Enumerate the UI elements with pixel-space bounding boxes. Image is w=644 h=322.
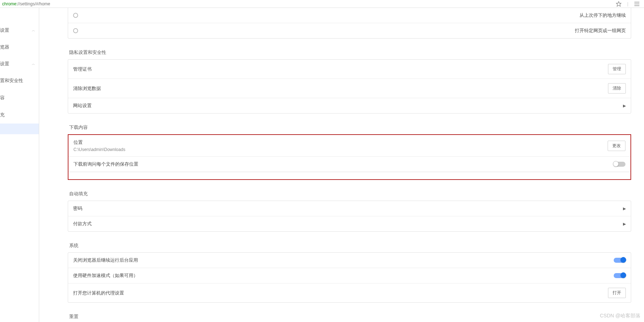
sidebar-head-label: 设置 xyxy=(0,61,9,67)
section-title-downloads: 下载内容 xyxy=(69,124,631,131)
sidebar-group-1: 设置 ︿ 览器 xyxy=(0,22,39,56)
chevron-up-icon: ︿ xyxy=(32,28,35,33)
row-ask-location: 下载前询问每个文件的保存位置 xyxy=(68,156,630,172)
row-label: 打开您计算机的代理设置 xyxy=(73,290,124,296)
row-label: 清除浏览数据 xyxy=(73,85,101,92)
sidebar-item-content[interactable]: 容 xyxy=(0,89,39,106)
privacy-card: 管理证书 管理 清除浏览数据 清除 网站设置 ▶ xyxy=(68,59,631,114)
row-label: 网站设置 xyxy=(73,102,92,109)
row-clear-data: 清除浏览数据 清除 xyxy=(68,79,631,98)
address-right: | xyxy=(616,1,642,7)
svg-marker-0 xyxy=(616,1,621,6)
row-label: 付款方式 xyxy=(73,221,92,227)
row-proxy: 打开您计算机的代理设置 打开 xyxy=(68,283,631,302)
row-manage-certs: 管理证书 管理 xyxy=(68,60,631,79)
row-hw-accel: 使用硬件加速模式（如果可用） xyxy=(68,268,631,283)
sidebar-item-autofill[interactable]: 充 xyxy=(0,106,39,124)
url-scheme: chrome: xyxy=(2,1,17,6)
startup-card: 从上次停下的地方继续 打开特定网页或一组网页 xyxy=(68,8,631,39)
change-button[interactable]: 更改 xyxy=(608,141,625,151)
sidebar-head-label: 设置 xyxy=(0,27,9,34)
row-label: 管理证书 xyxy=(73,66,92,72)
row-password[interactable]: 密码 ▶ xyxy=(68,201,631,216)
hw-accel-toggle[interactable] xyxy=(614,273,626,278)
row-download-location: 位置 C:\Users\admin\Downloads 更改 xyxy=(68,135,630,156)
option-label: 打开特定网页或一组网页 xyxy=(575,27,626,34)
row-site-settings[interactable]: 网站设置 ▶ xyxy=(68,98,631,113)
radio-icon xyxy=(73,28,78,33)
row-label: 关闭浏览器后继续运行后台应用 xyxy=(73,257,138,263)
toggle-knob xyxy=(613,161,619,167)
section-title-system: 系统 xyxy=(69,242,631,249)
chevron-right-icon: ▶ xyxy=(623,222,626,226)
toggle-knob xyxy=(620,272,626,278)
downloads-card: 位置 C:\Users\admin\Downloads 更改 下载前询问每个文件… xyxy=(68,135,630,172)
chevron-up-icon: ︿ xyxy=(32,61,35,66)
sidebar-head-settings-2[interactable]: 设置 ︿ xyxy=(0,56,39,72)
sidebar: 设置 ︿ 览器 设置 ︿ 置和安全性 容 充 xyxy=(0,8,39,322)
startup-option-continue[interactable]: 从上次停下的地方继续 xyxy=(68,8,631,23)
menu-icon[interactable] xyxy=(634,1,640,6)
location-label: 位置 xyxy=(73,139,125,146)
row-left: 位置 C:\Users\admin\Downloads xyxy=(73,139,125,152)
sidebar-group-2: 设置 ︿ 置和安全性 容 充 xyxy=(0,56,39,134)
radio-icon xyxy=(73,13,78,18)
section-title-autofill: 自动填充 xyxy=(69,191,631,197)
system-card: 关闭浏览器后继续运行后台应用 使用硬件加速模式（如果可用） 打开您计算机的代理设… xyxy=(68,252,631,303)
content: 从上次停下的地方继续 打开特定网页或一组网页 隐私设置和安全性 管理证书 管理 … xyxy=(39,8,644,322)
manage-button[interactable]: 管理 xyxy=(608,64,626,74)
section-title-reset: 重置 xyxy=(69,313,631,320)
sidebar-item-browser[interactable]: 览器 xyxy=(0,39,39,56)
page: 设置 ︿ 览器 设置 ︿ 置和安全性 容 充 从上次停下的地方继续 xyxy=(0,8,644,322)
bookmark-star-icon[interactable] xyxy=(616,1,622,7)
chevron-right-icon: ▶ xyxy=(623,104,626,108)
row-label: 密码 xyxy=(73,205,82,212)
row-label: 使用硬件加速模式（如果可用） xyxy=(73,272,138,279)
chevron-right-icon: ▶ xyxy=(623,206,626,211)
startup-option-pages[interactable]: 打开特定网页或一组网页 xyxy=(68,23,631,38)
clear-button[interactable]: 清除 xyxy=(608,83,626,94)
sidebar-head-settings-1[interactable]: 设置 ︿ xyxy=(0,22,39,39)
bg-apps-toggle[interactable] xyxy=(614,258,626,263)
section-title-privacy: 隐私设置和安全性 xyxy=(69,49,631,56)
row-payment[interactable]: 付款方式 ▶ xyxy=(68,216,631,231)
address-bar[interactable]: chrome://settings/#/home | xyxy=(0,0,644,8)
autofill-card: 密码 ▶ 付款方式 ▶ xyxy=(68,201,631,232)
divider: | xyxy=(627,1,628,6)
open-button[interactable]: 打开 xyxy=(608,288,626,298)
downloads-highlight: 位置 C:\Users\admin\Downloads 更改 下载前询问每个文件… xyxy=(68,134,631,180)
row-bg-apps: 关闭浏览器后继续运行后台应用 xyxy=(68,253,631,268)
location-value: C:\Users\admin\Downloads xyxy=(73,147,125,152)
sidebar-item-privacy[interactable]: 置和安全性 xyxy=(0,72,39,89)
url-path: //settings/#/home xyxy=(17,1,50,6)
ask-toggle[interactable] xyxy=(613,162,625,167)
sidebar-item-active[interactable] xyxy=(0,124,39,134)
row-label: 下载前询问每个文件的保存位置 xyxy=(73,161,138,167)
toggle-knob xyxy=(620,257,626,263)
option-label: 从上次停下的地方继续 xyxy=(579,12,626,19)
